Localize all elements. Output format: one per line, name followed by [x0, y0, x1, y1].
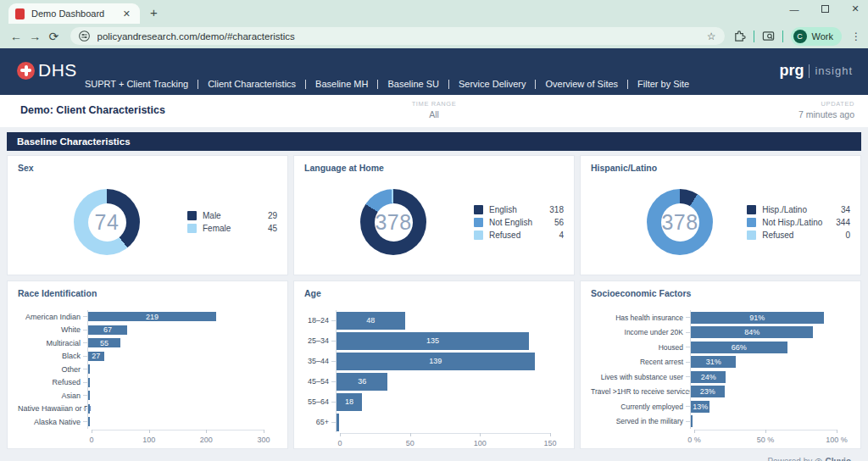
category-label: 55–64 [304, 397, 329, 406]
category-label: Served in the military [591, 417, 683, 425]
toolbar-divider [782, 31, 783, 42]
axis-tick-label: 300 [257, 436, 270, 444]
bar-track: 23% [690, 385, 837, 400]
url-bar[interactable]: policyandresearch.com/demo/#characterist… [70, 27, 725, 45]
nav-item-overview-of-sites[interactable]: Overview of Sites [545, 79, 618, 89]
bar [88, 364, 90, 374]
bar-row: Travel >1HR to receive services23% [591, 385, 850, 400]
bar: 48 [337, 312, 405, 330]
legend: Male29Female45 [187, 209, 277, 235]
donut-total: 378 [661, 210, 698, 235]
bar-row: 55–6418 [304, 392, 564, 412]
bar: 66% [691, 342, 787, 353]
bar-track: 48 [336, 310, 550, 330]
back-icon[interactable]: ← [7, 30, 25, 43]
chart-title: Race Identification [18, 288, 277, 298]
forward-icon[interactable]: → [25, 30, 44, 43]
axis-tick-label: 150 [543, 439, 556, 447]
reload-icon[interactable]: ⟳ [44, 30, 63, 43]
donut-hole: 74 [88, 203, 126, 242]
legend-value: 318 [549, 205, 564, 214]
legend: Hisp./Latino34Not Hisp./Latino344Refused… [747, 203, 850, 242]
bar-track: 219 [87, 310, 264, 324]
bar: 13% [691, 401, 709, 413]
new-tab-button[interactable]: + [150, 5, 158, 19]
legend-item: Male29 [187, 209, 277, 222]
dashboard-title-row: Demo: Client Characteristics TIME RANGE … [0, 95, 868, 127]
bar: 18 [337, 393, 362, 411]
nav-item-service-delivery[interactable]: Service Delivery [459, 79, 526, 89]
bookmark-star-icon[interactable]: ☆ [707, 31, 716, 42]
time-range[interactable]: TIME RANGE All [412, 100, 457, 119]
bar-row: Lives with substance user24% [591, 369, 850, 385]
maximize-icon[interactable] [819, 4, 831, 14]
bar-row: Black27 [18, 350, 277, 364]
more-menu-icon[interactable]: ⋮ [851, 31, 861, 42]
bar-row: Native Hawaiian or PI [18, 403, 277, 416]
x-axis: 050100150 [340, 433, 550, 450]
axis-tick [149, 430, 150, 433]
category-label: Other [18, 365, 81, 374]
url-text[interactable]: policyandresearch.com/demo/#characterist… [97, 31, 707, 42]
axis-tick-label: 100 [474, 439, 487, 447]
legend-item: Not Hisp./Latino344 [747, 216, 850, 229]
category-label: 45–54 [304, 377, 329, 386]
bar-track: 36 [336, 371, 550, 392]
bar-row: Refused [18, 376, 277, 390]
legend-item: Refused0 [747, 229, 850, 242]
bar-track [87, 403, 264, 416]
minimize-icon[interactable]: — [788, 4, 800, 14]
profile-button[interactable]: C Work [791, 27, 842, 46]
chart-title: Socioeconomic Factors [591, 288, 850, 298]
tab-title: Demo Dashboard [31, 8, 120, 19]
powered-by-footer: Powered by ◎ Cluvio [7, 454, 861, 461]
legend-value: 0 [845, 230, 850, 240]
bar-row: Served in the military [591, 414, 850, 430]
socioeconomic-bar-chart: Has health insurance91%Income under 20K8… [591, 310, 850, 447]
bar [88, 404, 90, 414]
nav-item-suprt-client-tracking[interactable]: SUPRT + Client Tracking [85, 79, 188, 89]
category-label: 18–24 [304, 316, 329, 325]
sex-donut-chart: 74Male29Female45 [18, 178, 277, 266]
bar-row: Other [18, 363, 277, 376]
donut-hole: 378 [375, 203, 413, 242]
side-search-icon[interactable] [762, 30, 775, 42]
bar-row: 18–2448 [304, 310, 564, 330]
updated-status: UPDATED 7 minutes ago [798, 100, 854, 119]
legend-label: English [489, 205, 517, 214]
bar-value-label: 219 [146, 313, 159, 321]
browser-tab[interactable]: Demo Dashboard ✕ [8, 3, 140, 24]
extensions-icon[interactable] [733, 30, 746, 42]
nav-item-client-characteristics[interactable]: Client Characteristics [208, 79, 296, 89]
nav-item-baseline-su[interactable]: Baseline SU [387, 79, 439, 89]
prg-insight-logo: prg insight [779, 62, 853, 80]
category-label: Black [18, 352, 81, 360]
nav-item-filter-by-site[interactable]: Filter by Site [637, 79, 689, 89]
axis-tick [206, 430, 207, 433]
site-favicon-icon [15, 8, 25, 19]
cluvio-brand[interactable]: Cluvio [825, 457, 851, 461]
axis-tick-label: 50 [406, 439, 415, 447]
bar-track [87, 363, 264, 376]
legend-label: Refused [762, 230, 793, 240]
age-bar-chart: 18–244825–3413535–4413945–543655–641865+… [304, 310, 564, 450]
chart-title: Age [304, 288, 564, 298]
legend: English318Not English56Refused4 [474, 203, 564, 242]
bar-row: White67 [18, 324, 277, 337]
legend-item: English318 [474, 203, 564, 216]
time-range-value[interactable]: All [412, 109, 457, 119]
axis-tick-label: 0 % [687, 436, 701, 444]
close-icon[interactable]: ✕ [849, 3, 861, 14]
site-info-icon[interactable] [79, 31, 90, 42]
tab-close-icon[interactable]: ✕ [120, 8, 133, 19]
toolbar-divider [754, 31, 754, 42]
bar-rows: Has health insurance91%Income under 20K8… [591, 310, 850, 429]
bar-row: Recent arrest31% [591, 355, 850, 370]
category-label: White [18, 325, 81, 334]
bar-value-label: 23% [700, 387, 715, 396]
category-label: Currently employed [591, 403, 683, 411]
category-label: Travel >1HR to receive services [591, 387, 683, 396]
nav-item-baseline-mh[interactable]: Baseline MH [315, 79, 368, 89]
bar-value-label: 48 [366, 316, 375, 325]
donut-total: 74 [95, 210, 120, 235]
